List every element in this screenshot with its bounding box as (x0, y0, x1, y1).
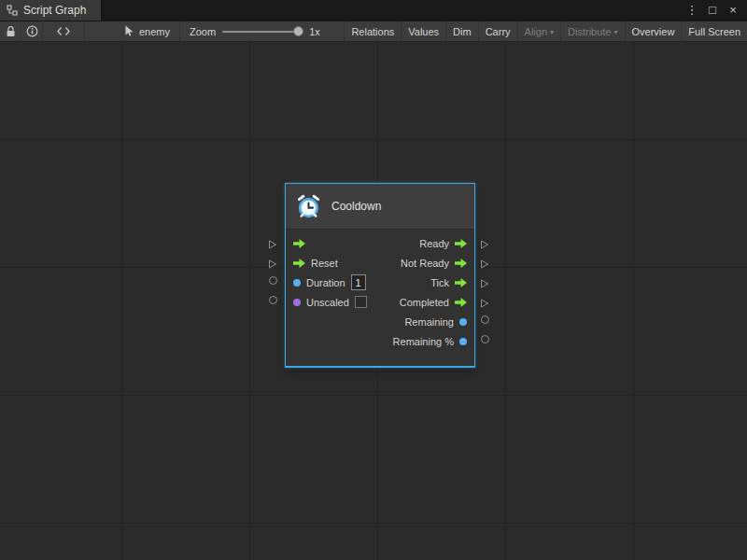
tab-bar: Script Graph ⋮ □ × (0, 0, 747, 21)
remaining-port-icon[interactable] (459, 318, 467, 326)
zoom-control: Zoom 1x (180, 21, 330, 41)
script-graph-icon (7, 5, 18, 16)
remaining-percent-port-icon[interactable] (459, 338, 467, 345)
alarm-clock-icon (296, 194, 321, 219)
port-row: Reset Not Ready (286, 253, 474, 273)
duration-input[interactable] (351, 274, 366, 290)
port-row: Remaining (286, 312, 474, 331)
align-dropdown[interactable]: Align ▾ (517, 21, 560, 41)
zoom-slider[interactable] (222, 31, 303, 33)
cooldown-node[interactable]: Cooldown Ready (285, 183, 475, 368)
flow-port-marker[interactable] (480, 275, 489, 292)
full-screen-button[interactable]: Full Screen (681, 21, 747, 41)
zoom-label: Zoom (190, 26, 216, 37)
value-port-marker[interactable] (269, 296, 277, 304)
toolbar-buttons: Relations Values Dim Carry Align ▾ Distr… (344, 21, 747, 41)
maximize-icon[interactable]: □ (704, 0, 721, 21)
flow-port-marker[interactable] (268, 236, 277, 253)
relations-button[interactable]: Relations (344, 21, 401, 41)
port-row: Remaining % (286, 331, 474, 351)
duration-port-icon[interactable] (293, 279, 301, 287)
flow-port-marker[interactable] (480, 295, 489, 312)
graph-pointer-icon (124, 25, 134, 38)
flow-port-marker[interactable] (480, 236, 489, 253)
port-row: Unscaled Completed (286, 292, 474, 312)
node-body: Ready Reset Not Ready (286, 230, 474, 366)
graph-canvas[interactable]: Cooldown Ready (0, 42, 747, 560)
port-row: Duration Tick (286, 273, 474, 292)
chevron-down-icon: ▾ (550, 28, 554, 36)
flow-output-completed-icon[interactable] (455, 298, 467, 307)
breadcrumb[interactable]: enemy (115, 21, 180, 41)
info-icon[interactable] (21, 21, 43, 41)
value-port-marker[interactable] (269, 276, 277, 285)
unscaled-checkbox[interactable] (355, 296, 367, 308)
distribute-dropdown[interactable]: Distribute ▾ (560, 21, 624, 41)
dim-button[interactable]: Dim (445, 21, 478, 41)
values-button[interactable]: Values (401, 21, 445, 41)
node-header[interactable]: Cooldown (286, 184, 474, 230)
breadcrumb-graph-name: enemy (139, 26, 170, 37)
value-port-marker[interactable] (481, 335, 489, 343)
flow-output-tick-icon[interactable] (455, 278, 467, 287)
lock-icon[interactable] (0, 21, 21, 41)
flow-output-notready-icon[interactable] (455, 259, 467, 268)
zoom-slider-handle[interactable] (293, 26, 303, 36)
flow-input-enter-icon[interactable] (293, 239, 305, 248)
flow-port-marker[interactable] (268, 256, 277, 273)
flow-input-reset-icon[interactable] (293, 259, 305, 268)
carry-button[interactable]: Carry (478, 21, 517, 41)
code-view-icon[interactable] (43, 21, 85, 41)
chevron-down-icon: ▾ (614, 28, 618, 36)
tab-label: Script Graph (23, 4, 86, 17)
flow-port-marker[interactable] (480, 256, 489, 273)
node-title: Cooldown (331, 200, 381, 213)
graph-toolbar: enemy Zoom 1x Relations Values Dim Carry (0, 21, 747, 42)
port-row: Ready (286, 233, 474, 253)
script-graph-window: Script Graph ⋮ □ × (0, 0, 747, 560)
overview-button[interactable]: Overview (625, 21, 682, 41)
window-controls: ⋮ □ × (684, 0, 747, 21)
unscaled-port-icon[interactable] (293, 299, 301, 306)
tab-script-graph[interactable]: Script Graph (0, 0, 102, 21)
value-port-marker[interactable] (481, 315, 489, 324)
menu-icon[interactable]: ⋮ (684, 0, 700, 21)
zoom-value: 1x (309, 26, 320, 37)
flow-output-ready-icon[interactable] (455, 239, 467, 248)
close-icon[interactable]: × (725, 0, 741, 21)
